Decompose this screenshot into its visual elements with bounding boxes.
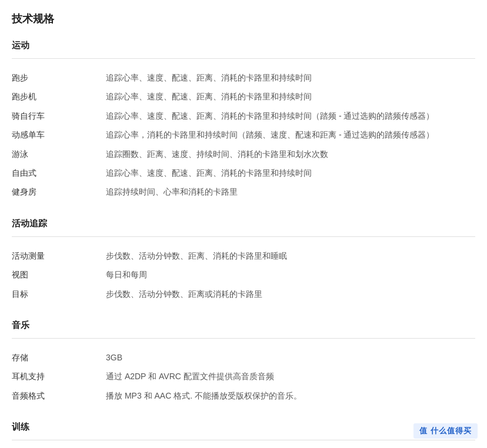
spec-label: 游泳 xyxy=(12,145,106,163)
section-sports: 运动跑步追踪心率、速度、配速、距离、消耗的卡路里和持续时间跑步机追踪心率、速度、… xyxy=(12,40,475,202)
spec-value: 追踪心率、速度、配速、距离、消耗的卡路里和持续时间 xyxy=(106,163,475,182)
spec-value: 步伐数、活动分钟数、距离或消耗的卡路里 xyxy=(106,285,475,303)
spec-table-music: 存储3GB耳机支持通过 A2DP 和 AVRC 配置文件提供高音质音频音频格式播… xyxy=(12,348,475,405)
spec-label: 存储 xyxy=(12,348,106,367)
spec-label: 健身房 xyxy=(12,182,106,201)
table-row: 存储3GB xyxy=(12,348,475,367)
table-row: 目标步伐数、活动分钟数、距离或消耗的卡路里 xyxy=(12,285,475,303)
table-row: 动感单车追踪心率，消耗的卡路里和持续时间（踏频、速度、配速和距离 - 通过选购的… xyxy=(12,125,475,144)
page-title: 技术规格 xyxy=(12,12,475,26)
table-row: 活动测量步伐数、活动分钟数、距离、消耗的卡路里和睡眠 xyxy=(12,246,475,265)
spec-value: 追踪圈数、距离、速度、持续时间、消耗的卡路里和划水次数 xyxy=(106,145,475,163)
spec-label: 音频格式 xyxy=(12,386,106,405)
spec-label: 耳机支持 xyxy=(12,367,106,386)
spec-label: 目标 xyxy=(12,285,106,303)
section-divider-training xyxy=(12,440,475,440)
section-activity: 活动追踪活动测量步伐数、活动分钟数、距离、消耗的卡路里和睡眠视图每日和每周目标步… xyxy=(12,218,475,303)
spec-label: 自由式 xyxy=(12,163,106,182)
spec-label: 跑步机 xyxy=(12,87,106,106)
section-divider-music xyxy=(12,338,475,339)
spec-value: 每日和每周 xyxy=(106,265,475,284)
spec-value: 步伐数、活动分钟数、距离、消耗的卡路里和睡眠 xyxy=(106,246,475,265)
table-row: 视图每日和每周 xyxy=(12,265,475,284)
section-music: 音乐存储3GB耳机支持通过 A2DP 和 AVRC 配置文件提供高音质音频音频格… xyxy=(12,320,475,405)
spec-value: 追踪心率、速度、配速、距离、消耗的卡路里和持续时间 xyxy=(106,87,475,106)
spec-table-activity: 活动测量步伐数、活动分钟数、距离、消耗的卡路里和睡眠视图每日和每周目标步伐数、活… xyxy=(12,246,475,303)
spec-value: 播放 MP3 和 AAC 格式. 不能播放受版权保护的音乐。 xyxy=(106,386,475,405)
section-title-training: 训练 xyxy=(12,422,475,433)
table-row: 跑步追踪心率、速度、配速、距离、消耗的卡路里和持续时间 xyxy=(12,68,475,87)
table-row: 自由式追踪心率、速度、配速、距离、消耗的卡路里和持续时间 xyxy=(12,163,475,182)
spec-value: 追踪心率、速度、配速、距离、消耗的卡路里和持续时间 xyxy=(106,68,475,87)
spec-table-sports: 跑步追踪心率、速度、配速、距离、消耗的卡路里和持续时间跑步机追踪心率、速度、配速… xyxy=(12,68,475,202)
spec-value: 追踪持续时间、心率和消耗的卡路里 xyxy=(106,182,475,201)
spec-value: 通过 A2DP 和 AVRC 配置文件提供高音质音频 xyxy=(106,367,475,386)
table-row: 音频格式播放 MP3 和 AAC 格式. 不能播放受版权保护的音乐。 xyxy=(12,386,475,405)
spec-label: 活动测量 xyxy=(12,246,106,265)
section-title-music: 音乐 xyxy=(12,320,475,331)
spec-label: 动感单车 xyxy=(12,125,106,144)
spec-label: 骑自行车 xyxy=(12,106,106,125)
watermark: 值 什么值得买 xyxy=(413,423,478,439)
spec-label: 视图 xyxy=(12,265,106,284)
table-row: 骑自行车追踪心率、速度、配速、距离、消耗的卡路里和持续时间（踏频 - 通过选购的… xyxy=(12,106,475,125)
section-title-sports: 运动 xyxy=(12,40,475,51)
section-training: 训练比赛过去的活动、收藏项和自定义目标时间、距离或卡路里区域Pace, hear… xyxy=(12,422,475,448)
spec-label: 跑步 xyxy=(12,68,106,87)
section-divider-sports xyxy=(12,58,475,59)
table-row: 耳机支持通过 A2DP 和 AVRC 配置文件提供高音质音频 xyxy=(12,367,475,386)
section-title-activity: 活动追踪 xyxy=(12,218,475,229)
table-row: 跑步机追踪心率、速度、配速、距离、消耗的卡路里和持续时间 xyxy=(12,87,475,106)
spec-value: 3GB xyxy=(106,348,475,367)
section-divider-activity xyxy=(12,236,475,237)
spec-value: 追踪心率、速度、配速、距离、消耗的卡路里和持续时间（踏频 - 通过选购的踏频传感… xyxy=(106,106,475,125)
spec-value: 追踪心率，消耗的卡路里和持续时间（踏频、速度、配速和距离 - 通过选购的踏频传感… xyxy=(106,125,475,144)
table-row: 健身房追踪持续时间、心率和消耗的卡路里 xyxy=(12,182,475,201)
table-row: 游泳追踪圈数、距离、速度、持续时间、消耗的卡路里和划水次数 xyxy=(12,145,475,163)
